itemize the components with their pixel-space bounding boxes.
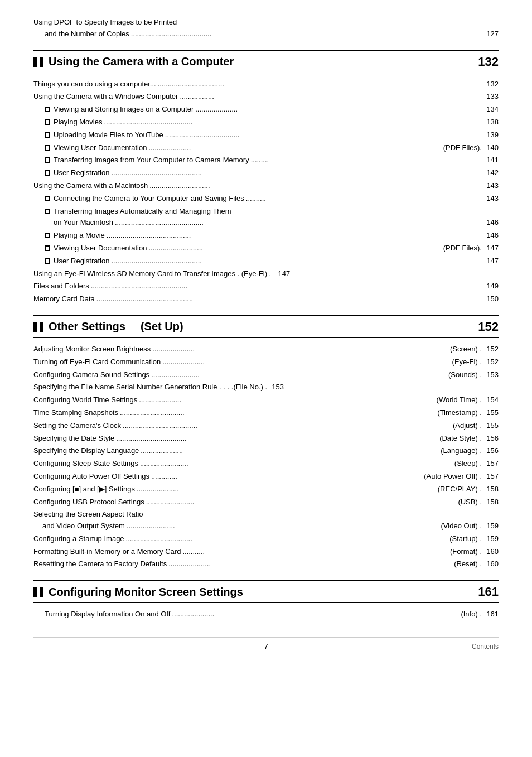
- entry-dots: .....................: [139, 394, 434, 406]
- toc-entry: Adjusting Monitor Screen Brightness ....…: [33, 344, 499, 355]
- entry-tag: (File No.) .: [233, 382, 267, 393]
- entry-dots: .....................................: [123, 420, 451, 432]
- entry-text: Using DPOF to Specify Images to be Print…: [33, 17, 177, 28]
- entry-dots: .....................: [168, 558, 452, 570]
- bullet-icon: [45, 145, 50, 151]
- entry-dots: ........................................…: [107, 230, 480, 242]
- entry-text: Adjusting Monitor Screen Brightness: [33, 344, 151, 355]
- entry-text: Transferring Images from Your Computer t…: [54, 155, 249, 166]
- entry-text: Configuring Sleep State Settings: [33, 458, 138, 470]
- section-number: 152: [478, 320, 499, 334]
- entry-tag: (Language) .: [441, 445, 482, 457]
- entry-tag: (World Time) .: [437, 394, 482, 406]
- entry-page: 143: [482, 180, 499, 192]
- entry-text: Specifying the Date Style: [33, 433, 114, 445]
- entry-text: User Registration: [54, 255, 109, 267]
- section-number: 132: [478, 55, 499, 69]
- entry-page: 146: [482, 217, 499, 229]
- toc-entry-cameras-clock: Setting the Camera's Clock .............…: [33, 420, 499, 432]
- entry-page: 146: [482, 230, 499, 242]
- toc-entry-bullet: Viewing User Documentation .............…: [33, 142, 499, 154]
- section-other-settings: Other Settings (Set Up) 152 Adjusting Mo…: [33, 315, 499, 570]
- entry-text: Resetting the Camera to Factory Defaults: [33, 558, 167, 570]
- entry-text: Uploading Movie Files to YouTube: [54, 129, 163, 141]
- entry-dots: .....................: [148, 142, 441, 154]
- entry-text: Viewing User Documentation: [54, 142, 147, 154]
- entry-text: Viewing User Documentation: [54, 243, 147, 254]
- entry-text: Configuring Camera Sound Settings: [33, 369, 149, 381]
- entry-tag: (USB) .: [458, 496, 482, 508]
- bullet-icon: [45, 119, 50, 125]
- entry-text: Turning off Eye-Fi Card Communication: [33, 356, 161, 368]
- toc-entry: Using the Camera with a Macintosh ......…: [33, 180, 499, 192]
- entry-continuation: on Your Macintosh: [54, 217, 113, 229]
- entry-dots: .................: [180, 91, 480, 103]
- toc-entry: Using the Camera with a Windows Computer…: [33, 91, 499, 103]
- entry-tag: (Date Style) .: [439, 433, 482, 445]
- page-number: 7: [78, 642, 454, 650]
- section-monitor-settings: Configuring Monitor Screen Settings 161 …: [33, 580, 499, 620]
- entry-text: Configuring USB Protocol Settings: [33, 496, 144, 508]
- entry-tag: (Video Out) .: [441, 520, 482, 532]
- toc-entry: Specifying the Display Language ........…: [33, 445, 499, 457]
- section-title: Other Settings (Set Up): [33, 320, 183, 333]
- entry-text: Viewing and Storing Images on a Computer: [54, 104, 194, 115]
- section-header-monitor-settings: Configuring Monitor Screen Settings 161: [33, 580, 499, 603]
- entry-tag: (Timestamp) .: [437, 407, 482, 419]
- entry-text: Memory Card Data: [33, 293, 95, 305]
- entry-text: Configuring World Time Settings: [33, 394, 137, 406]
- entry-page: 155: [482, 420, 499, 432]
- entry-page: 157: [482, 471, 499, 483]
- toc-entry: Time Stamping Snapshots ................…: [33, 407, 499, 419]
- entry-page: 140: [482, 142, 499, 154]
- entry-tag: (Screen) .: [450, 344, 482, 355]
- bullet-icon: [45, 107, 50, 112]
- section-number: 161: [478, 585, 499, 599]
- bullet-icon: [45, 258, 50, 264]
- toc-entry: Configuring Camera Sound Settings ......…: [33, 369, 499, 381]
- bullet-icon: [45, 157, 50, 163]
- entry-dots: ...........................: [148, 243, 441, 254]
- entry-page: 138: [482, 117, 499, 128]
- entry-tag: (Format) .: [450, 546, 482, 558]
- toc-entry-date-style: Specifying the Date Style ..............…: [33, 433, 499, 445]
- entry-page: 157: [482, 458, 499, 470]
- bullet-icon: [45, 196, 50, 201]
- entry-dots: .....................: [172, 609, 459, 620]
- entry-page: 160: [482, 546, 499, 558]
- toc-entry-bullet: Connecting the Camera to Your Computer a…: [33, 193, 499, 205]
- entry-text: Playing Movies: [54, 117, 102, 128]
- toc-entry-bullet: Playing a Movie ........................…: [33, 230, 499, 242]
- toc-entry: Things you can do using a computer... ..…: [33, 79, 499, 90]
- entry-continuation: and the Number of Copies: [45, 28, 129, 40]
- section-header-using-computer: Using the Camera with a Computer 132: [33, 50, 499, 73]
- entry-dots: ........................................…: [115, 217, 480, 229]
- toc-entry-bullet: User Registration ......................…: [33, 255, 499, 267]
- toc-entry: Configuring [■] and [▶] Settings .......…: [33, 484, 499, 495]
- entry-text: Files and Folders: [33, 281, 89, 292]
- toc-entry: Turning Display Information On and Off .…: [33, 609, 499, 620]
- toc-entry: Turning off Eye-Fi Card Communication ..…: [33, 356, 499, 368]
- entry-page: 127: [482, 28, 499, 40]
- entry-page: 156: [482, 433, 499, 445]
- bullet-icon: [45, 132, 50, 138]
- entry-dots: .............: [151, 471, 422, 483]
- toc-entry-bullet: Viewing and Storing Images on a Computer…: [33, 104, 499, 115]
- entry-dots: .....................: [162, 356, 450, 368]
- entry-page: 161: [482, 609, 499, 620]
- toc-entry: Files and Folders ......................…: [33, 281, 499, 292]
- toc-entry-multiline: Selecting the Screen Aspect Ratio and Vi…: [33, 509, 499, 532]
- entry-text: Turning Display Information On and Off: [45, 609, 170, 620]
- toc-entry-dpof: Using DPOF to Specify Images to be Print…: [33, 17, 499, 40]
- entry-page: 153: [267, 382, 284, 393]
- section-using-computer: Using the Camera with a Computer 132 Thi…: [33, 50, 499, 305]
- toc-entry: Configuring World Time Settings ........…: [33, 394, 499, 406]
- section-header-other-settings: Other Settings (Set Up) 152: [33, 315, 499, 338]
- entry-page: 142: [482, 167, 499, 179]
- entry-text: Setting the Camera's Clock: [33, 420, 121, 432]
- entry-text: Selecting the Screen Aspect Ratio: [33, 509, 143, 520]
- entry-dots: .....................: [152, 344, 448, 355]
- entry-dots: ..............................: [149, 180, 480, 192]
- entry-tag: (Info) .: [461, 609, 482, 620]
- entry-dots: .....................: [137, 484, 436, 495]
